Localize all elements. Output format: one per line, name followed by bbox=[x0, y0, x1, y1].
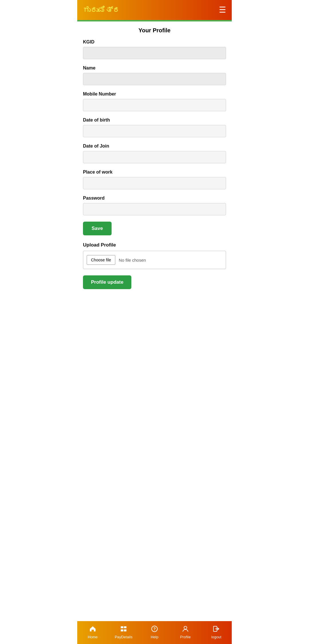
password-label: Password bbox=[83, 196, 226, 201]
nav-item-logout[interactable]: logout bbox=[201, 625, 232, 639]
nav-label-help: Help bbox=[151, 635, 159, 639]
help-icon: ? bbox=[151, 625, 158, 634]
name-label: Name bbox=[83, 65, 226, 71]
password-group: Password bbox=[83, 196, 226, 215]
svg-rect-1 bbox=[124, 626, 126, 628]
no-file-text: No file chosen bbox=[119, 258, 146, 263]
dob-label: Date of birth bbox=[83, 118, 226, 123]
dob-input[interactable] bbox=[83, 125, 226, 137]
mobile-label: Mobile Number bbox=[83, 92, 226, 97]
dob-group: Date of birth bbox=[83, 118, 226, 137]
mobile-input[interactable] bbox=[83, 99, 226, 111]
svg-text:?: ? bbox=[153, 627, 156, 631]
save-button[interactable]: Save bbox=[83, 222, 112, 235]
menu-icon[interactable]: ☰ bbox=[219, 6, 226, 14]
upload-label: Upload Profile bbox=[83, 242, 226, 248]
nav-label-home: Home bbox=[88, 635, 98, 639]
password-input[interactable] bbox=[83, 203, 226, 215]
profile-icon bbox=[182, 625, 189, 634]
place-input[interactable] bbox=[83, 177, 226, 189]
upload-group: Upload Profile Choose file No file chose… bbox=[83, 242, 226, 269]
nav-label-profile: Profile bbox=[180, 635, 191, 639]
main-content: Your Profile KGID Name Mobile Number Dat… bbox=[77, 21, 232, 329]
nav-item-home[interactable]: Home bbox=[77, 625, 108, 639]
kgid-input[interactable] bbox=[83, 47, 226, 59]
place-label: Place of work bbox=[83, 170, 226, 175]
kgid-label: KGID bbox=[83, 39, 226, 45]
name-input[interactable] bbox=[83, 73, 226, 85]
paydetails-icon bbox=[120, 625, 127, 634]
app-header: ಗುರುಮಿತ್ರ ☰ bbox=[77, 0, 232, 20]
doj-label: Date of Join bbox=[83, 144, 226, 149]
place-group: Place of work bbox=[83, 170, 226, 189]
choose-file-button[interactable]: Choose file bbox=[87, 255, 115, 265]
nav-label-logout: logout bbox=[211, 635, 221, 639]
svg-rect-3 bbox=[124, 629, 126, 631]
nav-item-profile[interactable]: Profile bbox=[170, 625, 201, 639]
svg-rect-0 bbox=[121, 626, 123, 628]
nav-item-paydetails[interactable]: PayDetails bbox=[108, 625, 139, 639]
app-logo: ಗುರುಮಿತ್ರ bbox=[83, 6, 120, 15]
kgid-group: KGID bbox=[83, 39, 226, 59]
svg-rect-2 bbox=[121, 629, 123, 631]
svg-point-6 bbox=[184, 626, 187, 629]
nav-label-paydetails: PayDetails bbox=[115, 635, 132, 639]
logout-icon bbox=[213, 625, 220, 634]
home-icon bbox=[89, 625, 96, 634]
name-group: Name bbox=[83, 65, 226, 85]
bottom-nav: Home PayDetails ? Help bbox=[77, 621, 232, 644]
doj-group: Date of Join bbox=[83, 144, 226, 163]
mobile-group: Mobile Number bbox=[83, 92, 226, 111]
page-title: Your Profile bbox=[83, 27, 226, 34]
nav-item-help[interactable]: ? Help bbox=[139, 625, 170, 639]
doj-input[interactable] bbox=[83, 151, 226, 163]
profile-update-button[interactable]: Profile update bbox=[83, 275, 131, 289]
file-input-wrapper: Choose file No file chosen bbox=[83, 251, 226, 269]
